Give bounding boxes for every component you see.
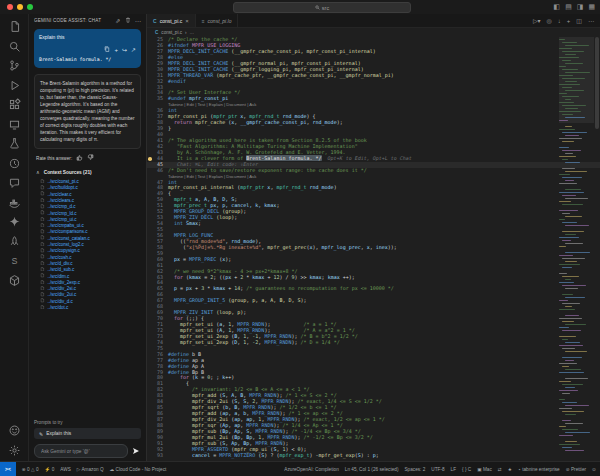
ask-gemini-input[interactable] [34,444,128,458]
code-view[interactable]: 25/* Declare the cache */26#ifndef MPFR_… [147,37,600,462]
download-icon[interactable]: ↓ [558,18,561,24]
prompts-to-try-label: Prompts to try [34,420,141,425]
breadcrumb[interactable]: C const_pi.c › … [147,28,600,37]
activity-testing-icon[interactable] [3,134,25,154]
status-tabnine[interactable]: ⋆ tabnine enterprise [518,467,560,472]
status-problems[interactable]: ⊗ 0 △ 0 [22,467,39,472]
trash-icon[interactable] [125,17,131,24]
rate-label: Rate this answer: [36,156,72,161]
profile-icon[interactable]: ◎ [547,17,552,24]
activity-search-icon[interactable] [3,37,25,57]
file-icon [40,217,45,223]
source-item[interactable]: ../src/dot.c [40,304,144,310]
activity-bottom-icons [3,421,25,460]
layout-sidebar-left-icon[interactable]: ◧ [554,2,561,12]
thumb-up-icon[interactable] [76,154,83,162]
editor-actions: ▷▾◎↓+◫⋯ [527,14,600,27]
status-star[interactable]: ★ [508,467,512,472]
file-icon [40,191,45,197]
run-button[interactable]: ▷▾ [533,17,541,24]
activity-settings-icon[interactable] [3,441,25,461]
maximize-window-icon[interactable] [27,4,33,10]
activity-rocket-icon[interactable] [3,232,25,252]
file-icon [40,242,45,248]
command-center-search[interactable]: src [233,2,411,13]
tab-bar: C const_pi.c × ≡ const_pi.lo ▷▾◎↓+◫⋯ [147,14,600,28]
tab-label: const_pi.lo [208,18,232,24]
search-text: src [322,5,329,11]
context-sources-header[interactable]: ∧ Context Sources (21) [36,169,139,175]
chevron-up-icon: ∧ [36,169,40,175]
status-notifications[interactable]: ⊙ [592,467,596,472]
file-icon [40,185,45,191]
file-icon [40,298,45,304]
activity-docker-icon[interactable] [3,193,25,213]
layout-customize-icon[interactable]: ▦ [588,2,595,12]
minimap[interactable] [559,37,594,462]
export-chat-icon[interactable]: ⇗ [116,17,121,24]
add-icon[interactable]: + [114,47,118,53]
file-icon [40,267,45,273]
add-icon[interactable]: + [567,18,571,24]
status-layout-toggle[interactable]: ⇄ [498,467,502,472]
layout-panel-icon[interactable]: ▤ [565,2,572,12]
breadcrumb-separator: › [185,30,187,35]
scrollbar-thumb[interactable] [595,37,599,129]
user-prompt-bubble: Explain this + ↪ ↗ Brent-Salamin formula… [34,29,141,68]
more-actions-icon[interactable]: ⋯ [588,17,594,24]
remote-indicator[interactable]: >< [0,462,16,476]
status-eol[interactable]: LF [451,467,456,472]
chat-panel-title: GEMINI CODE ASSIST: CHAT [34,18,116,23]
activity-package-icon[interactable] [3,271,25,291]
tab-label: const_pi.c [160,18,183,24]
explain-this-chip[interactable]: ✎ Explain this [34,428,141,439]
layout-sidebar-right-icon[interactable]: ◨ [577,2,584,12]
file-icon [40,179,45,185]
status-encoding[interactable]: UTF-8 [431,467,444,472]
file-icon [40,248,45,254]
c-file-icon: C [153,18,157,24]
copy-icon[interactable] [104,46,110,53]
status-prettier[interactable]: ⊘ Prettier [566,467,586,472]
insert-at-cursor-icon[interactable]: ↪ [122,46,127,53]
status-platform[interactable]: ▣ Mac [477,467,492,472]
breadcrumb-more: … [190,30,195,35]
status-amazon-q[interactable]: ▷ Amazon Q [77,467,104,472]
activity-comments-icon[interactable] [3,173,25,193]
status-cursor-position[interactable]: Ln 45, Col 1 (26 selected) [345,467,399,472]
close-tab-icon[interactable]: × [185,18,189,24]
close-window-icon[interactable] [7,4,13,10]
activity-timeline-icon[interactable] [3,154,25,174]
status-cloud-code[interactable]: ☁ Cloud Code - No Project [110,467,167,472]
expand-icon[interactable]: ↗ [131,46,136,53]
tab-const-pi-lo[interactable]: ≡ const_pi.lo [196,14,239,27]
activity-remote-explorer-icon[interactable] [3,115,25,135]
file-icon [40,305,45,311]
activity-gemini-icon[interactable] [3,212,25,232]
minimize-window-icon[interactable] [17,4,23,10]
activity-run-debug-icon[interactable] [3,76,25,96]
status-language-mode[interactable]: { } C [462,467,471,472]
split-editor-icon[interactable]: ◫ [576,17,582,24]
activity-extensions-icon[interactable] [3,95,25,115]
code-line[interactable]: 93 cancel = MPFR_NOTZERO (S) ? (mpfr_exp… [147,453,600,459]
activity-source-control-icon[interactable] [3,56,25,76]
status-sync-count[interactable]: ⚡ 0 [45,467,55,472]
activity-dollar-icon[interactable]: S [3,251,25,271]
file-icon [40,198,45,204]
tab-const-pi-c[interactable]: C const_pi.c × [147,14,196,27]
activity-feedback-icon[interactable] [3,421,25,441]
send-button[interactable] [131,446,141,456]
gemini-chat-panel: GEMINI CODE ASSIST: CHAT ⇗ ⋯ Explain thi… [29,14,147,462]
chat-panel-header: GEMINI CODE ASSIST: CHAT ⇗ ⋯ [29,14,146,27]
thumb-down-icon[interactable] [87,154,94,162]
layout-controls: ◧▤◨▦ [554,2,596,12]
more-icon[interactable]: ⋯ [135,17,141,24]
activity-explorer-icon[interactable] [3,17,25,37]
gemini-answer: The Brent-Salamin algorithm is a method … [34,74,141,149]
status-azure-openai[interactable]: AzureOpenAI: Completion [284,467,338,472]
status-indentation[interactable]: Spaces: 2 [404,467,425,472]
lightbulb-icon[interactable] [148,157,152,161]
user-prompt-code: Brent-Salamin formula. */ [39,57,136,62]
status-aws[interactable]: AWS [60,467,71,472]
